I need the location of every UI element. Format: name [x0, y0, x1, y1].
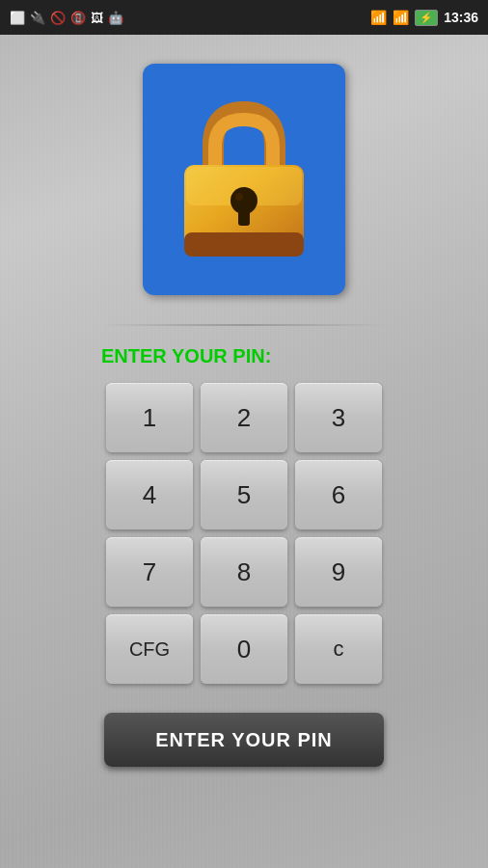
usb-icon: ⬜ [10, 11, 25, 25]
key-4-button[interactable]: 4 [106, 460, 193, 529]
main-content: ENTER YOUR PIN: 1 2 3 4 5 6 7 8 9 CFG 0 … [0, 35, 488, 868]
key-8-button[interactable]: 8 [201, 537, 287, 607]
android-icon: 🤖 [108, 11, 123, 25]
battery-icon: ⚡ [415, 10, 438, 26]
key-clear-button[interactable]: c [295, 614, 382, 684]
status-bar: ⬜ 🔌 🚫 📵 🖼 🤖 📶 📶 ⚡ 13:36 [0, 0, 488, 35]
lock-image [167, 93, 321, 266]
lock-icon-container [143, 64, 345, 295]
pin-label: ENTER YOUR PIN: [101, 345, 271, 367]
svg-rect-2 [184, 232, 304, 257]
wifi-icon: 📶 [370, 10, 387, 25]
key-9-button[interactable]: 9 [295, 537, 382, 607]
enter-pin-button[interactable]: ENTER YOUR PIN [104, 713, 384, 767]
key-0-button[interactable]: 0 [201, 614, 287, 684]
call-icon: 📵 [70, 11, 86, 25]
key-2-button[interactable]: 2 [201, 383, 287, 452]
svg-point-5 [235, 193, 243, 201]
usb2-icon: 🔌 [30, 11, 45, 25]
key-3-button[interactable]: 3 [295, 383, 382, 452]
nosim-icon: 🚫 [50, 11, 66, 25]
divider [99, 324, 389, 326]
clock: 13:36 [444, 10, 478, 25]
key-6-button[interactable]: 6 [295, 460, 382, 529]
key-7-button[interactable]: 7 [106, 537, 193, 607]
key-1-button[interactable]: 1 [106, 383, 193, 452]
keypad: 1 2 3 4 5 6 7 8 9 CFG 0 c [106, 383, 382, 684]
key-5-button[interactable]: 5 [201, 460, 287, 529]
status-icons-left: ⬜ 🔌 🚫 📵 🖼 🤖 [10, 11, 123, 25]
image-icon: 🖼 [91, 11, 103, 25]
key-cfg-button[interactable]: CFG [106, 614, 193, 684]
signal-icon: 📶 [393, 10, 409, 25]
svg-rect-4 [238, 208, 250, 226]
status-right: 📶 📶 ⚡ 13:36 [370, 10, 478, 26]
